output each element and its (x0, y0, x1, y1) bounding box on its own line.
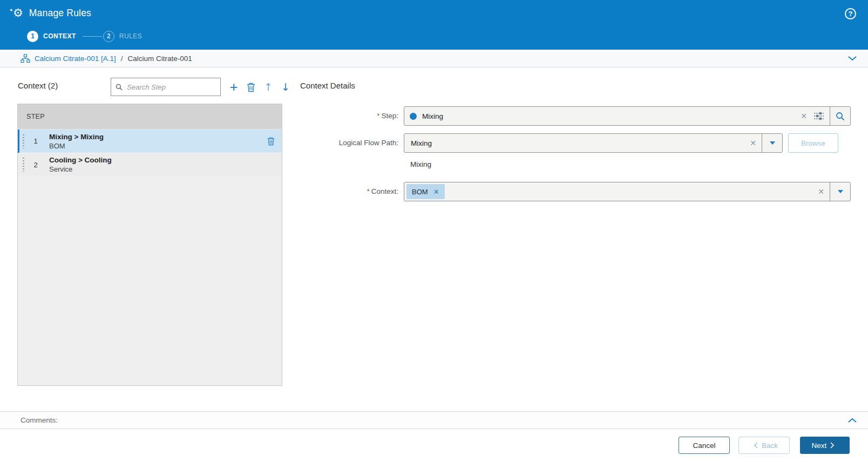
move-up-button[interactable]: ↑ (260, 81, 277, 93)
structure-icon (21, 54, 30, 63)
clear-icon: ✕ (801, 112, 807, 120)
breadcrumb-expand-button[interactable] (847, 56, 857, 61)
lfp-field-value: Mixing (411, 139, 432, 147)
chevron-down-icon (847, 56, 857, 61)
plus-icon: + (229, 80, 238, 94)
row-title: Mixing > Mixing (49, 132, 104, 141)
delete-step-button[interactable] (242, 82, 260, 92)
chip-label: BOM (412, 188, 428, 196)
trash-icon (267, 137, 275, 146)
step-field-value: Mixing (422, 112, 443, 120)
cancel-button[interactable]: Cancel (679, 437, 730, 454)
arrow-down-icon: ↓ (281, 81, 290, 93)
context-field-label: *Context: (300, 182, 404, 201)
row-index: 2 (30, 161, 42, 169)
drag-handle[interactable] (23, 134, 24, 148)
step-2-indicator[interactable]: 2 (103, 31, 114, 42)
gear-icon: ⚙✦ (13, 7, 23, 19)
caret-down-icon (770, 141, 775, 145)
caret-down-icon (838, 190, 843, 193)
page-title: Manage Rules (29, 8, 91, 19)
context-clear-button[interactable]: ✕ (812, 187, 830, 196)
status-dot-icon (410, 113, 417, 120)
selected-path-text: Mixing (410, 160, 431, 168)
step-column-header: STEP (18, 104, 282, 130)
sliders-icon (813, 112, 824, 120)
context-list-title: Context (2) (18, 81, 58, 90)
next-button[interactable]: Next (800, 437, 850, 454)
footer: Cancel Back Next (0, 430, 868, 462)
list-toolbar: + ↑ ↓ (225, 78, 294, 96)
comments-bar: Comments: (0, 411, 868, 429)
move-down-button[interactable]: ↓ (277, 81, 294, 93)
step-1-indicator[interactable]: 1 (27, 31, 38, 42)
context-list-panel: Context (2) + ↑ ↓ STEP 1 Mixing > Mixing (17, 76, 282, 98)
drag-handle[interactable] (23, 158, 24, 172)
step-table: STEP 1 Mixing > Mixing BOM 2 Cooling > C… (17, 104, 282, 386)
chevron-right-icon (830, 442, 834, 449)
close-icon: ✕ (433, 188, 439, 196)
context-details-panel: Context Details *Step: Mixing ✕ Logical … (300, 76, 851, 400)
manage-rules-dialog: ⚙✦ Manage Rules ? 1 CONTEXT 2 RULES Calc… (0, 0, 868, 462)
step-clear-button[interactable]: ✕ (795, 112, 812, 120)
trash-icon (246, 82, 256, 92)
details-title: Context Details (300, 81, 355, 90)
add-step-button[interactable]: + (225, 80, 242, 94)
row-delete-button[interactable] (267, 137, 275, 146)
step-search-button[interactable] (830, 107, 850, 125)
lfp-clear-button[interactable]: ✕ (744, 139, 762, 147)
context-dropdown-button[interactable] (830, 182, 850, 201)
context-chip: BOM✕ (406, 184, 445, 199)
clear-icon: ✕ (750, 139, 756, 147)
row-index: 1 (30, 137, 42, 145)
row-title: Cooling > Cooling (49, 155, 112, 165)
step-field[interactable]: Mixing ✕ (404, 106, 851, 126)
comments-label: Comments: (21, 416, 58, 424)
step-row-1[interactable]: 1 Mixing > Mixing BOM (18, 130, 282, 153)
clear-icon: ✕ (818, 187, 824, 196)
browse-button[interactable]: Browse (788, 133, 838, 153)
required-marker: * (377, 112, 379, 120)
wizard-steps: 1 CONTEXT 2 RULES (27, 30, 142, 42)
breadcrumb: Calcium Citrate-001 [A.1] / Calcium Citr… (0, 50, 868, 67)
back-button[interactable]: Back (738, 437, 790, 454)
step-2-label: RULES (119, 32, 143, 40)
help-button[interactable]: ? (845, 8, 856, 19)
breadcrumb-link[interactable]: Calcium Citrate-001 [A.1] (35, 55, 116, 63)
context-field[interactable]: BOM✕ ✕ (404, 182, 851, 201)
search-input[interactable] (127, 83, 216, 91)
search-icon (116, 83, 123, 91)
breadcrumb-current: Calcium Citrate-001 (128, 55, 192, 63)
search-icon (836, 112, 845, 121)
arrow-up-icon: ↑ (264, 81, 273, 93)
comments-collapse-button[interactable] (847, 418, 857, 423)
step-row-2[interactable]: 2 Cooling > Cooling Service (18, 153, 282, 176)
lfp-field-label: Logical Flow Path: (300, 133, 404, 153)
lfp-dropdown-button[interactable] (762, 134, 782, 152)
row-subtitle: BOM (49, 141, 104, 151)
header: ⚙✦ Manage Rules ? 1 CONTEXT 2 RULES (0, 0, 868, 50)
chip-remove-button[interactable]: ✕ (433, 188, 439, 196)
step-1-label: CONTEXT (43, 32, 76, 40)
required-marker: * (367, 187, 369, 195)
breadcrumb-separator: / (121, 55, 123, 63)
step-filter-button[interactable] (812, 112, 830, 120)
chevron-up-icon (847, 418, 857, 423)
step-field-label: *Step: (300, 106, 404, 126)
sparkle-icon: ✦ (9, 4, 13, 16)
help-icon: ? (849, 10, 853, 18)
chevron-left-icon (754, 442, 758, 449)
search-box (111, 78, 221, 96)
row-subtitle: Service (49, 165, 112, 174)
step-connector (83, 36, 102, 37)
logical-flow-path-field[interactable]: Mixing ✕ (404, 133, 783, 153)
